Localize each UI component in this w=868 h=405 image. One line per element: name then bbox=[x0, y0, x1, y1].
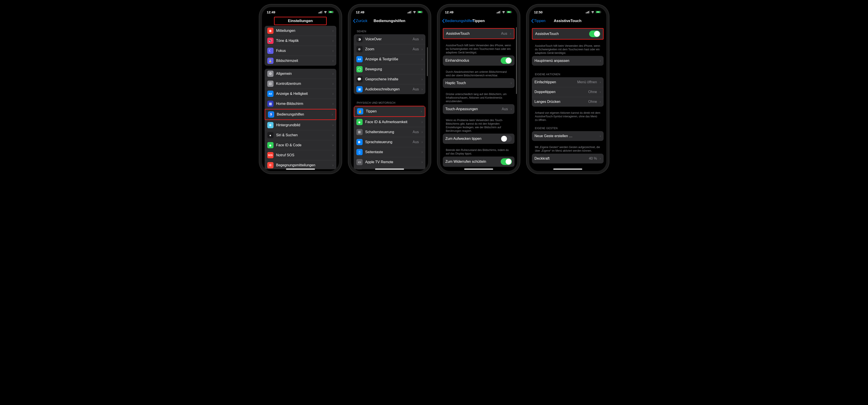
a11y-bewegung[interactable]: ◯Bewegung› bbox=[354, 64, 426, 74]
new-gesture-link[interactable]: Neue Geste erstellen … › bbox=[532, 131, 603, 141]
settings-siri-suchen-icon: ● bbox=[267, 132, 274, 138]
settings-siri-suchen[interactable]: ●Siri & Suchen› bbox=[265, 130, 336, 140]
a11y-tippen[interactable]: ☝Tippen› bbox=[354, 106, 426, 117]
settings-anzeige-helligkeit[interactable]: AAAnzeige & Helligkeit› bbox=[265, 89, 336, 99]
chevron-right-icon: › bbox=[332, 163, 334, 167]
assistivetouch-list[interactable]: AssistiveTouch AssistiveTouch hilft beim… bbox=[529, 26, 606, 169]
settings-home-bildschirm[interactable]: ▦Home-Bildschirm› bbox=[265, 99, 336, 108]
chevron-right-icon: › bbox=[422, 87, 423, 91]
action-einfachtippen[interactable]: EinfachtippenMenü öffnen› bbox=[532, 77, 603, 87]
row-value: Aus bbox=[413, 140, 419, 144]
footer-text: AssistiveTouch hilft beim Verwenden des … bbox=[532, 43, 603, 56]
settings-bildschirmzeit[interactable]: ⌛Bildschirmzeit› bbox=[265, 56, 336, 66]
one-handed-mode-toggle-row[interactable]: Einhandmodus bbox=[443, 56, 515, 66]
row-label: Notruf SOS bbox=[276, 153, 330, 157]
page-title-highlight: Einstellungen bbox=[274, 17, 327, 25]
settings-begegnungsmitteilungen[interactable]: ❊Begegnungsmitteilungen› bbox=[265, 160, 336, 169]
chevron-right-icon: › bbox=[422, 57, 423, 61]
settings-notruf-sos-icon: SOS bbox=[267, 152, 274, 158]
toggle-on[interactable] bbox=[501, 158, 512, 165]
a11y-audiobeschreibungen[interactable]: ▣AudiobeschreibungenAus› bbox=[354, 84, 426, 94]
touch-accommodations-link[interactable]: Touch-Anpassungen Aus › bbox=[443, 104, 515, 114]
chevron-right-icon: › bbox=[422, 120, 423, 124]
row-value: 40 % bbox=[589, 157, 597, 160]
assistivetouch-link[interactable]: AssistiveTouch Aus › bbox=[443, 29, 514, 38]
a11y-gesprochene-inhalte[interactable]: 💬Gesprochene Inhalte› bbox=[354, 74, 426, 84]
settings-list[interactable]: ◉Mitteilungen›🔊Töne & Haptik›☾Fokus›⌛Bil… bbox=[262, 26, 339, 169]
settings-hintergrundbild[interactable]: ❀Hintergrundbild› bbox=[265, 120, 336, 130]
wifi-icon bbox=[591, 11, 594, 13]
home-indicator[interactable] bbox=[464, 168, 493, 170]
a11y-anzeige-textgr-e[interactable]: AAAnzeige & Textgröße› bbox=[354, 54, 426, 64]
chevron-right-icon: › bbox=[332, 113, 333, 117]
settings-notruf-sos[interactable]: SOSNotruf SOS› bbox=[265, 150, 336, 160]
a11y-face-id-aufmerksamkeit[interactable]: ☻Face ID & Aufmerksamkeit› bbox=[354, 117, 426, 127]
settings-mitteilungen[interactable]: ◉Mitteilungen› bbox=[265, 26, 336, 36]
chevron-right-icon: › bbox=[599, 134, 601, 138]
a11y-zoom[interactable]: ⊕ZoomAus› bbox=[354, 44, 426, 54]
settings-allgemein-icon: ⚙ bbox=[267, 70, 274, 77]
chevron-right-icon: › bbox=[422, 130, 423, 134]
scrollbar-thumb[interactable] bbox=[427, 47, 428, 76]
page-title: AssistiveTouch bbox=[554, 19, 581, 23]
toggle-off[interactable] bbox=[501, 135, 512, 142]
settings-bedienungshilfen[interactable]: ♿Bedienungshilfen› bbox=[265, 108, 336, 120]
row-value: Menü öffnen bbox=[577, 80, 597, 84]
home-indicator[interactable] bbox=[286, 168, 315, 170]
a11y-schaltersteuerung[interactable]: ⊞SchaltersteuerungAus› bbox=[354, 127, 426, 137]
settings-kontrollzentrum[interactable]: ⊟Kontrollzentrum› bbox=[265, 79, 336, 89]
row-label: Allgemein bbox=[276, 72, 330, 76]
row-label: Haptic Touch bbox=[445, 81, 508, 85]
chevron-right-icon: › bbox=[332, 82, 334, 86]
settings-t-ne-haptik[interactable]: 🔊Töne & Haptik› bbox=[265, 36, 336, 45]
a11y-apple-tv-remote[interactable]: ▭Apple TV Remote› bbox=[354, 157, 426, 167]
tap-to-wake-toggle-row[interactable]: Zum Aufwecken tippen bbox=[443, 133, 515, 144]
a11y-audiobeschreibungen-icon: ▣ bbox=[356, 86, 363, 92]
signal-icon bbox=[318, 11, 322, 13]
toggle-on[interactable] bbox=[501, 57, 512, 64]
a11y-sprachsteuerung[interactable]: 🗣SprachsteuerungAus› bbox=[354, 137, 426, 147]
accessibility-list[interactable]: Sehen ◑VoiceOverAus›⊕ZoomAus›AAAnzeige &… bbox=[351, 26, 428, 169]
wifi-icon bbox=[413, 11, 416, 13]
action-doppeltippen[interactable]: DoppeltippenOhne› bbox=[532, 87, 603, 97]
scrollbar-thumb[interactable] bbox=[516, 27, 517, 94]
status-time: 12:49 bbox=[356, 10, 364, 14]
a11y-voiceover[interactable]: ◑VoiceOverAus› bbox=[354, 34, 426, 44]
wifi-icon bbox=[323, 11, 327, 13]
chevron-right-icon: › bbox=[422, 77, 423, 81]
svg-rect-6 bbox=[334, 11, 334, 12]
home-indicator[interactable] bbox=[553, 168, 582, 170]
chevron-left-icon bbox=[442, 19, 444, 23]
row-label: Zum Aufwecken tippen bbox=[445, 137, 498, 141]
settings-home-bildschirm-icon: ▦ bbox=[267, 101, 274, 107]
settings-bedienungshilfen-icon: ♿ bbox=[268, 111, 274, 118]
signal-icon bbox=[497, 11, 501, 13]
row-label: Bewegung bbox=[365, 67, 419, 71]
shake-to-undo-toggle-row[interactable]: Zum Widerrufen schütteln bbox=[443, 157, 515, 167]
back-label: Tippen bbox=[534, 19, 546, 23]
action-langes-dr-cken[interactable]: Langes DrückenOhne› bbox=[532, 97, 603, 107]
home-indicator[interactable] bbox=[375, 168, 404, 170]
haptic-touch-link[interactable]: Haptic Touch › bbox=[443, 78, 515, 88]
chevron-right-icon: › bbox=[599, 90, 601, 94]
row-label: Audiobeschreibungen bbox=[365, 87, 410, 91]
a11y-seitentaste[interactable]: ▯Seitentaste› bbox=[354, 147, 426, 157]
opacity-link[interactable]: Deckkraft 40 % › bbox=[532, 154, 603, 163]
assistivetouch-toggle-row[interactable]: AssistiveTouch bbox=[533, 29, 603, 39]
footer-text: Drücke unterschiedlich lang auf den Bild… bbox=[443, 91, 515, 104]
settings-allgemein[interactable]: ⚙Allgemein› bbox=[265, 69, 336, 79]
row-label: Begegnungsmitteilungen bbox=[276, 163, 330, 167]
status-icons bbox=[586, 11, 601, 13]
footer-text: Anhand von eigenen Aktionen kannst du di… bbox=[532, 110, 603, 123]
toggle-on[interactable] bbox=[589, 31, 600, 37]
touch-list[interactable]: AssistiveTouch Aus › AssistiveTouch hilf… bbox=[440, 26, 517, 169]
chevron-right-icon: › bbox=[332, 153, 334, 157]
back-button[interactable]: Zurück bbox=[353, 19, 368, 23]
settings-fokus[interactable]: ☾Fokus› bbox=[265, 45, 336, 56]
back-button[interactable]: Tippen bbox=[531, 19, 546, 23]
customize-menu-link[interactable]: Hauptmenü anpassen › bbox=[532, 56, 603, 66]
back-button[interactable]: Bedienungshilfen bbox=[442, 19, 474, 23]
chevron-left-icon bbox=[531, 19, 534, 23]
settings-face-id-code[interactable]: ☻Face ID & Code› bbox=[265, 140, 336, 150]
row-label: Siri & Suchen bbox=[276, 133, 330, 137]
